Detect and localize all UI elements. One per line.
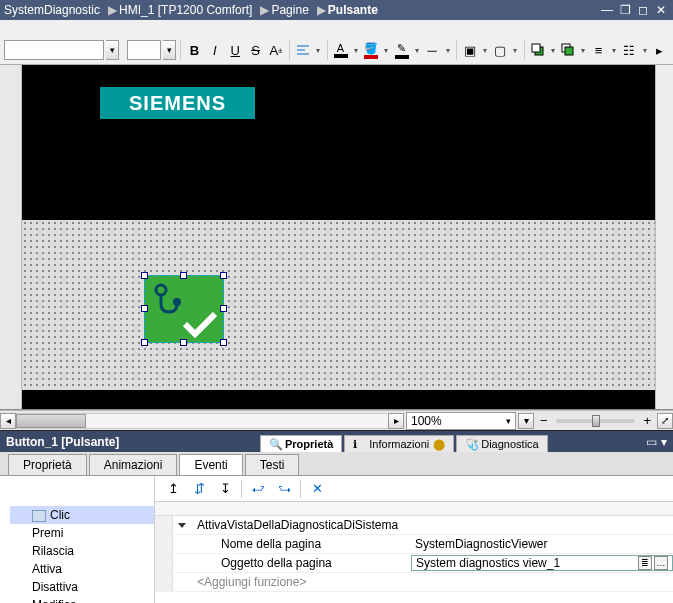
inner-tab-animations[interactable]: Animazioni [89,454,178,475]
zoom-combo[interactable]: 100%▾ [406,412,516,430]
selected-button-widget[interactable] [144,275,224,343]
breadcrumb-sep: ▶ [108,3,117,17]
bring-front-dropdown-icon[interactable]: ▾ [579,46,587,55]
scroll-left-button[interactable]: ◂ [0,413,16,429]
align-dropdown-icon[interactable]: ▾ [610,46,618,55]
close-button[interactable]: ✕ [653,3,669,17]
fill-color-button[interactable]: 🪣 [362,39,380,61]
underline-button[interactable]: U [226,39,244,61]
line-style-dropdown-icon[interactable]: ▾ [443,46,451,55]
bold-button[interactable]: B [185,39,203,61]
event-item-activate[interactable]: Attiva [10,560,154,578]
indent-right-button[interactable]: ⮑ [274,479,294,499]
inner-tab-events[interactable]: Eventi [179,454,242,475]
param-label: Nome della pagina [191,537,411,551]
move-up-button[interactable]: ↥ [163,479,183,499]
list-picker-icon[interactable]: ≣ [638,556,652,570]
breadcrumb-group[interactable]: Pagine [271,3,308,17]
zoom-dropdown-button[interactable]: ▾ [518,413,534,429]
arrange-back-dropdown-icon[interactable]: ▾ [511,46,519,55]
tab-label: Diagnostica [481,438,538,450]
function-row[interactable]: AttivaVistaDellaDiagnosticaDiSistema [155,516,673,535]
param-label: Oggetto della pagina [191,556,411,570]
tab-info[interactable]: ℹ Informazioni ⬤ [344,435,454,452]
minimize-button[interactable]: — [599,3,615,17]
event-item-press[interactable]: Premi [10,524,154,542]
design-canvas[interactable]: SIEMENS [22,65,655,409]
tab-properties[interactable]: 🔍 Proprietà [260,435,342,452]
font-color-dropdown-icon[interactable]: ▾ [352,46,360,55]
font-size-dropdown-icon[interactable]: ▾ [163,40,176,60]
line-color-dropdown-icon[interactable]: ▾ [413,46,421,55]
resize-handle[interactable] [220,305,227,312]
align-left-button[interactable] [294,39,312,61]
delete-button[interactable]: ✕ [307,479,327,499]
align-dropdown-icon[interactable]: ▾ [314,46,322,55]
fit-button[interactable]: ⤢ [657,413,673,429]
bring-front-button[interactable] [559,39,577,61]
send-back-button[interactable] [528,39,546,61]
scroll-right-button[interactable]: ▸ [388,413,404,429]
distrib-dropdown-icon[interactable]: ▾ [640,46,648,55]
param-row[interactable]: Nome della pagina SystemDiagnosticViewer [155,535,673,554]
font-script-button[interactable]: A± [267,39,285,61]
maximize-button[interactable]: ◻ [635,3,651,17]
arrange-front-dropdown-icon[interactable]: ▾ [481,46,489,55]
zoom-out-icon[interactable]: − [538,413,550,428]
tab-diagnostics[interactable]: 🩺 Diagnostica [456,435,547,452]
inner-tab-properties[interactable]: Proprietà [8,454,87,475]
move-bottom-button[interactable]: ↧ [215,479,235,499]
resize-handle[interactable] [141,339,148,346]
breadcrumb-root[interactable]: SystemDiagnostic [4,3,100,17]
resize-handle[interactable] [180,339,187,346]
more-button[interactable]: ▸ [651,39,669,61]
resize-handle[interactable] [141,272,148,279]
event-icon [32,510,46,522]
format-toolbar-area: ▾ ▾ B I U S A± ▾ A ▾ 🪣 ▾ ✎ ▾ ─ ▾ ▣ ▾ ▢ ▾… [0,20,673,65]
collapse-icon[interactable] [173,523,191,528]
horizontal-scroll-thumb[interactable] [16,414,86,428]
font-color-button[interactable]: A [331,39,349,61]
event-item-click[interactable]: Clic [10,506,154,524]
param-row[interactable]: Oggetto della pagina System diagnostics … [155,554,673,573]
checkmark-icon [183,312,217,338]
vertical-ruler [0,65,22,409]
fill-color-dropdown-icon[interactable]: ▾ [382,46,390,55]
font-family-dropdown-icon[interactable]: ▾ [106,40,119,60]
font-family-combo[interactable] [4,40,104,60]
align-button[interactable]: ≡ [589,39,607,61]
arrange-back-button[interactable]: ▢ [491,39,509,61]
resize-handle[interactable] [180,272,187,279]
siemens-logo[interactable]: SIEMENS [100,87,255,119]
param-value-editable[interactable]: System diagnostics view_1 ≣ … [411,555,673,571]
italic-button[interactable]: I [206,39,224,61]
zoom-in-icon[interactable]: + [641,413,653,428]
event-item-deactivate[interactable]: Disattiva [10,578,154,596]
resize-handle[interactable] [220,272,227,279]
info-icon: ℹ [353,438,365,450]
line-style-button[interactable]: ─ [423,39,441,61]
param-value[interactable]: SystemDiagnosticViewer [411,537,673,551]
vertical-scrollbar[interactable] [655,65,673,409]
horizontal-scroll-track[interactable] [16,413,388,429]
font-size-combo[interactable] [127,40,162,60]
zoom-slider[interactable]: − + [538,413,653,429]
event-item-release[interactable]: Rilascia [10,542,154,560]
move-down-button[interactable]: ⇵ [189,479,209,499]
restore-button[interactable]: ❐ [617,3,633,17]
event-item-change[interactable]: Modifica [10,596,154,603]
send-back-dropdown-icon[interactable]: ▾ [549,46,557,55]
inner-tab-texts[interactable]: Testi [245,454,300,475]
breadcrumb-page[interactable]: Pulsante [328,3,378,17]
resize-handle[interactable] [220,339,227,346]
line-color-button[interactable]: ✎ [392,39,410,61]
add-function-row[interactable]: <Aggiungi funzione> [155,573,673,592]
distrib-button[interactable]: ☷ [620,39,638,61]
zoom-slider-thumb[interactable] [592,415,600,427]
arrange-front-button[interactable]: ▣ [460,39,478,61]
browse-picker-icon[interactable]: … [654,556,668,570]
strike-button[interactable]: S [246,39,264,61]
indent-left-button[interactable]: ⮐ [248,479,268,499]
resize-handle[interactable] [141,305,148,312]
breadcrumb-hmi[interactable]: HMI_1 [TP1200 Comfort] [119,3,252,17]
